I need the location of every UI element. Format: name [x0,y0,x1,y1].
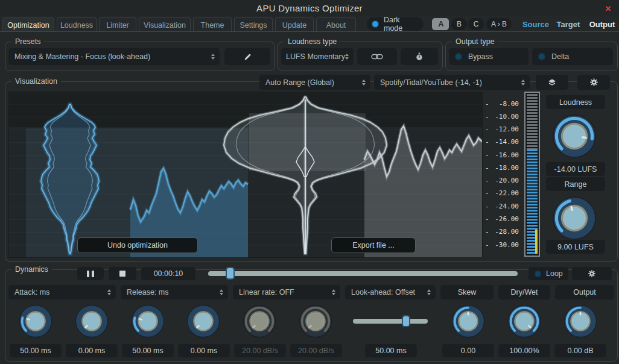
tab-update[interactable]: Update [275,17,314,32]
target-range-knob[interactable] [552,196,597,240]
release-knob-1[interactable] [131,304,165,338]
loop-toggle[interactable]: Loop [529,267,568,280]
monitor-output-button[interactable]: Output [585,18,619,30]
delta-label: Delta [551,52,569,61]
look-ahead-slider[interactable] [353,319,428,324]
range-mode-select[interactable]: Auto Range (Global) [259,75,370,90]
layers-button[interactable] [536,75,568,90]
loudness-type-select[interactable]: LUFS Momentary [281,48,354,65]
spinner-icon [220,289,223,295]
db-scale-label: --22.00 [481,189,520,198]
db-scale-label: --10.00 [481,112,520,121]
bypass-radio-icon [455,53,462,60]
transport-slider-handle[interactable] [226,267,235,280]
target-preset-select[interactable]: Spotify/Tidal/YouTube (-14, -1) [374,75,530,90]
linear-rate-select[interactable]: Linear rate: OFF [233,285,340,300]
tab-underline [0,31,619,32]
preset-select[interactable]: Mixing & Mastering - Focus (look-ahead) [8,48,220,65]
attack-knob-2[interactable] [75,304,109,338]
target-loudness-knob[interactable] [552,114,597,158]
tab-theme[interactable]: Theme [193,17,232,32]
title-bar: APU Dynamics Optimizer [0,0,619,16]
delta-toggle[interactable]: Delta [532,48,613,65]
stop-button[interactable] [109,267,136,280]
skew-knob[interactable] [451,304,485,338]
loop-radio-icon [535,271,541,277]
attack-knob-1[interactable] [19,304,52,338]
db-scale-label: --24.00 [481,202,520,210]
visualization-settings-button[interactable] [577,75,610,90]
dynamics-settings-button[interactable] [572,267,612,280]
stopwatch-icon [415,52,424,61]
skew-label: Skew [440,285,494,300]
look-ahead-select[interactable]: Look-ahead: Offset [345,285,436,300]
dynamics-legend: Dynamics [11,265,52,274]
db-scale-label: --18.00 [481,163,520,172]
release-knob-2[interactable] [186,304,220,338]
linear-rate-knob-1 [243,304,276,338]
db-scale-label: --28.00 [481,228,520,236]
monitor-target-button[interactable]: Target [553,18,584,30]
tab-settings[interactable]: Settings [234,17,273,32]
target-preset-value: Spotify/Tidal/YouTube (-14, -1) [380,78,482,87]
undo-optimization-button[interactable]: Undo optimization [77,237,198,253]
output-type-legend: Output type [452,37,498,46]
target-range-label: Range [546,177,605,191]
link-channels-button[interactable] [357,48,397,65]
gear-icon [588,269,596,278]
dry-wet-label: Dry/Wet [498,285,550,300]
preset-slot-a-button[interactable]: A [432,18,449,30]
dark-mode-toggle[interactable]: Dark mode [367,17,424,31]
export-file-button[interactable]: Export file ... [331,237,416,253]
output-knob[interactable] [563,304,597,338]
db-scale-label: --20.00 [481,177,520,185]
delta-radio-icon [538,53,545,60]
edit-preset-button[interactable] [224,48,270,65]
dry-wet-value: 100.00% [498,344,550,357]
spinner-icon [521,80,525,86]
close-icon[interactable]: ✕ [602,3,614,14]
integration-time-button[interactable] [401,48,438,65]
dry-wet-knob[interactable] [507,304,541,338]
release-value-1: 50.00 ms [122,344,174,357]
monitor-source-button[interactable]: Source [520,18,551,30]
transport-slider[interactable] [208,271,518,276]
linear-rate-value-1: 20.00 dB/s [234,344,286,357]
preset-select-value: Mixing & Mastering - Focus (look-ahead) [14,52,150,61]
link-icon [371,54,383,60]
look-ahead-value: Look-ahead: Offset [351,288,415,297]
pause-button[interactable] [77,267,104,280]
tab-limiter[interactable]: Limiter [99,17,136,32]
tab-about[interactable]: About [316,17,356,32]
plugin-window: APU Dynamics Optimizer ✕ OptimizationLou… [0,0,619,364]
db-scale-label: --8.00 [481,99,520,108]
tab-visualization[interactable]: Visualization [139,17,191,32]
preset-slot-c-button[interactable]: C [468,18,484,30]
loudness-type-value: LUFS Momentary [286,52,345,61]
attack-mode-value: Attack: ms [14,288,49,297]
tab-loudness[interactable]: Loudness [57,17,97,32]
release-mode-select[interactable]: Release: ms [121,285,228,300]
db-scale-label: --12.00 [481,125,520,134]
tab-optimization[interactable]: Optimization [2,17,54,32]
attack-mode-select[interactable]: Attack: ms [8,285,116,300]
loop-label: Loop [546,269,563,278]
bypass-toggle[interactable]: Bypass [449,48,529,65]
window-title: APU Dynamics Optimizer [256,3,363,13]
bypass-label: Bypass [468,52,493,61]
attack-value-1: 50.00 ms [10,344,62,357]
pause-icon [87,271,89,277]
spinner-icon [211,54,215,60]
spinner-icon [427,289,431,295]
transport-time-display: 00:00:10 [141,267,195,280]
output-label: Output [555,285,614,300]
meter-gray-segments [527,94,538,149]
look-ahead-slider-handle[interactable] [402,315,410,327]
visualization-canvas [8,92,483,258]
linear-rate-value-2: 20.00 dB/s [290,344,342,357]
loudness-meter [524,92,540,257]
target-range-value: 9.00 LUFS [546,240,605,254]
spinner-icon [362,80,366,86]
preset-slot-b-button[interactable]: B [451,18,467,30]
copy-a-to-b-button[interactable]: A › B [486,18,512,30]
